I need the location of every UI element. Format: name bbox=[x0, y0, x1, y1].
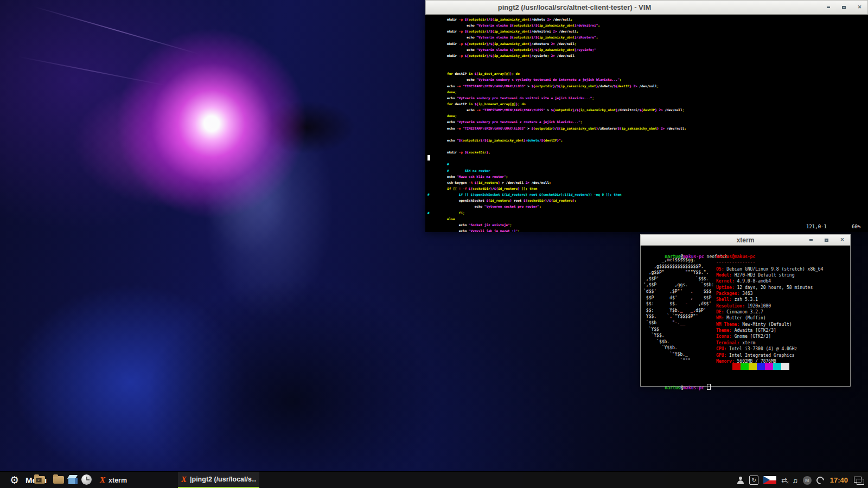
palette-block bbox=[757, 363, 765, 370]
taskbar-window-button[interactable]: X|pingt2 (/usr/local/s… bbox=[178, 472, 259, 488]
terminal-color-palette bbox=[724, 363, 789, 370]
code-line: echo "Vytvarim slozku ${outputdir}/${ip_… bbox=[427, 47, 868, 53]
neofetch-field: Theme: Adwaita [GTK2/3] bbox=[716, 328, 823, 333]
maximize-icon[interactable] bbox=[841, 5, 846, 10]
code-line: done; bbox=[427, 113, 868, 119]
light-streak bbox=[33, 6, 200, 55]
network-disconnected-icon[interactable]: ⇄✕ bbox=[781, 476, 787, 484]
vim-ruler: 121,0-1 bbox=[806, 224, 827, 229]
code-line: echo "Vytvarim slozku ${outputdir}/${ip_… bbox=[427, 34, 868, 40]
taskbar-window-button[interactable]: Xxterm bbox=[97, 472, 178, 488]
desktop-screen: pingt2 (/usr/local/src/altnet-client-tes… bbox=[0, 0, 868, 488]
code-line: mkdir -p ${outputdir}/${ip_zakaznicky_ub… bbox=[427, 41, 868, 47]
neofetch-field: CPU: Intel i3-7300 (4) @ 4.0GHz bbox=[716, 346, 823, 352]
minimize-icon[interactable] bbox=[826, 5, 831, 10]
palette-block bbox=[749, 363, 757, 370]
code-line: echo "Vytvarim soubory s vysledky testov… bbox=[427, 76, 868, 82]
code-line: mkdir -p ${outputdir}/${ip_zakaznicky_ub… bbox=[427, 53, 868, 59]
vim-window: pingt2 (/usr/local/src/altnet-client-tes… bbox=[425, 0, 868, 232]
music-player-icon[interactable]: ♫ bbox=[792, 476, 798, 485]
code-line: echo "Vytvoren socket pro router"; bbox=[427, 203, 868, 209]
neofetch-info: martus@makus-pc---------------OS: Debian… bbox=[716, 254, 823, 364]
xterm-icon: X bbox=[181, 475, 187, 484]
close-icon[interactable]: ✕ bbox=[840, 237, 845, 242]
vim-statusline: 121,0-1 60% bbox=[425, 224, 868, 230]
prompt-user: martus bbox=[665, 386, 681, 390]
tray-app-circle-icon[interactable]: M bbox=[803, 476, 812, 485]
maximize-icon[interactable] bbox=[824, 237, 829, 242]
code-line: echo -e "TIMESTAMP\tMIN\tAVG\tMAX\tLOSS"… bbox=[427, 83, 868, 89]
neofetch-field: Terminal: xterm bbox=[716, 340, 823, 346]
launcher-package-cube[interactable] bbox=[67, 474, 79, 486]
code-line: # fi; bbox=[427, 210, 868, 216]
vim-scroll-percent: 60% bbox=[852, 224, 860, 229]
neofetch-field: Uptime: 12 days, 20 hours, 58 minutes bbox=[716, 285, 823, 291]
prompt-host: makus-pc bbox=[683, 386, 704, 390]
light-streak bbox=[17, 56, 167, 86]
debian-ascii-logo-red-accents: . , - ._ _, . -.__ bbox=[643, 257, 695, 358]
launcher-file-cabinet[interactable]: 0: bbox=[34, 474, 46, 486]
neofetch-field: WM: Mutter (Muffin) bbox=[716, 315, 823, 321]
launcher-files[interactable] bbox=[53, 474, 65, 486]
code-line bbox=[427, 65, 868, 70]
vim-cursor bbox=[427, 155, 430, 160]
code-line: for destIP in ${ip_homenet_array[@]}; do bbox=[427, 101, 868, 107]
code-line: # if [[ $(openSshSocket ${id_routeru} ro… bbox=[427, 191, 868, 197]
code-line bbox=[427, 143, 868, 149]
palette-block bbox=[773, 363, 781, 370]
neofetch-field: Icons: Gnome [GTK2/3] bbox=[716, 333, 823, 339]
figure-silhouette bbox=[141, 271, 445, 488]
launcher-clock-app[interactable] bbox=[81, 474, 93, 486]
code-line: mkdir -p ${socketDir}; bbox=[427, 149, 868, 155]
system-monitor-icon[interactable] bbox=[815, 475, 826, 486]
palette-block bbox=[781, 363, 789, 370]
neofetch-field: Resolution: 1920x1080 bbox=[716, 303, 823, 309]
code-line: # bbox=[427, 161, 868, 167]
gear-icon: ⚙ bbox=[10, 472, 19, 488]
sync-tray-icon[interactable]: ↻ bbox=[749, 476, 758, 485]
neofetch-field: Shell: zsh 5.3.1 bbox=[716, 297, 823, 303]
task-label: xterm bbox=[108, 477, 127, 484]
code-line: done; bbox=[427, 89, 868, 95]
palette-block bbox=[724, 363, 732, 370]
code-line: echo "Vytvarim soubory pro testovani z r… bbox=[427, 119, 868, 125]
palette-block bbox=[732, 363, 741, 370]
code-line: # SSH na router bbox=[427, 168, 868, 174]
file-cabinet-screen: 0: bbox=[36, 478, 42, 483]
minimize-icon[interactable] bbox=[808, 237, 813, 242]
close-icon[interactable]: ✕ bbox=[857, 5, 862, 10]
taskbar-clock[interactable]: 17:40 bbox=[830, 476, 848, 484]
xterm-icon: X bbox=[100, 476, 105, 485]
vim-titlebar[interactable]: pingt2 (/usr/local/src/altnet-client-tes… bbox=[425, 0, 868, 15]
code-line: if [[ ! -f ${socketDir}/${id_routeru} ]]… bbox=[427, 185, 868, 191]
code-line bbox=[427, 59, 868, 65]
task-label: |pingt2 (/usr/local/s… bbox=[190, 476, 256, 483]
terminal-area[interactable]: martus@makus-pc neofetch _,met$$$$$gg. ,… bbox=[640, 246, 851, 387]
clock-icon bbox=[81, 474, 92, 485]
code-line: echo "${outputdir}/${ip_zakaznicky_ubnt}… bbox=[427, 137, 868, 143]
vim-window-title: pingt2 (/usr/local/src/altnet-client-tes… bbox=[426, 1, 723, 14]
code-line: for destIP in ${ip_dest_array[@]}; do bbox=[427, 70, 868, 76]
code-line: echo "Vytvarim slozku ${outputdir}/${ip_… bbox=[427, 22, 868, 28]
neofetch-field: DE: Cinnamon 3.2.7 bbox=[716, 309, 823, 315]
taskbar: ⚙ Menu 0: XxtermX|pingt2 (/usr/local/s… … bbox=[0, 471, 868, 488]
vim-code: mkdir -p ${outputdir}/${ip_zakaznicky_ub… bbox=[425, 15, 868, 232]
palette-block bbox=[765, 363, 773, 370]
neofetch-field: Packages: 3463 bbox=[716, 291, 823, 297]
code-line: echo "Mazu ssh klic na router"; bbox=[427, 174, 868, 179]
neofetch-title: martus@makus-pc bbox=[716, 254, 823, 260]
xterm-window: xterm ✕ martus@makus-pc neofetch _,met$$… bbox=[640, 234, 851, 387]
neofetch-field: OS: Debian GNU/Linux 9.8 (stretch) x86_6… bbox=[716, 266, 823, 272]
show-desktop-icon[interactable] bbox=[854, 477, 864, 484]
system-tray: ↻ ⇄✕ ♫ M 17:40 bbox=[737, 472, 864, 488]
keyboard-layout-czech-flag-icon[interactable] bbox=[763, 476, 776, 484]
neofetch-separator: --------------- bbox=[716, 260, 823, 266]
vim-editor-area[interactable]: mkdir -p ${outputdir}/${ip_zakaznicky_ub… bbox=[425, 15, 868, 232]
code-line: echo -e "TIMESTAMP\tMIN\tAVG\tMAX\tLOSS"… bbox=[427, 107, 868, 113]
xterm-titlebar[interactable]: xterm ✕ bbox=[640, 234, 851, 246]
folder-icon bbox=[53, 476, 64, 484]
user-accounts-icon[interactable] bbox=[737, 477, 744, 484]
neofetch-field: Model: H270-HD3 Default string bbox=[716, 272, 823, 278]
palette-block bbox=[741, 363, 749, 370]
code-line: ssh-keygen -R ${id_routeru} > /dev/null … bbox=[427, 179, 868, 185]
